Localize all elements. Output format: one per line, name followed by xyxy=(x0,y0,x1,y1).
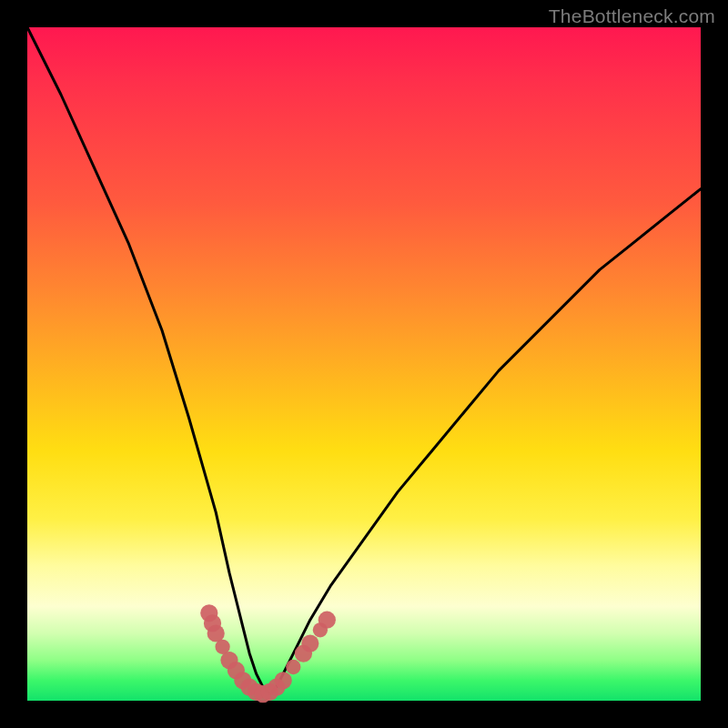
chart-svg xyxy=(27,27,701,701)
bottleneck-curve xyxy=(27,27,701,694)
watermark-text: TheBottleneck.com xyxy=(549,5,715,27)
page-frame: TheBottleneck.com xyxy=(0,0,728,728)
curve-group xyxy=(27,27,701,694)
plot-area xyxy=(27,27,701,701)
data-marker xyxy=(286,660,300,674)
data-marker xyxy=(275,672,292,689)
marker-group xyxy=(200,604,336,703)
data-marker xyxy=(318,612,336,629)
data-marker xyxy=(301,634,318,652)
